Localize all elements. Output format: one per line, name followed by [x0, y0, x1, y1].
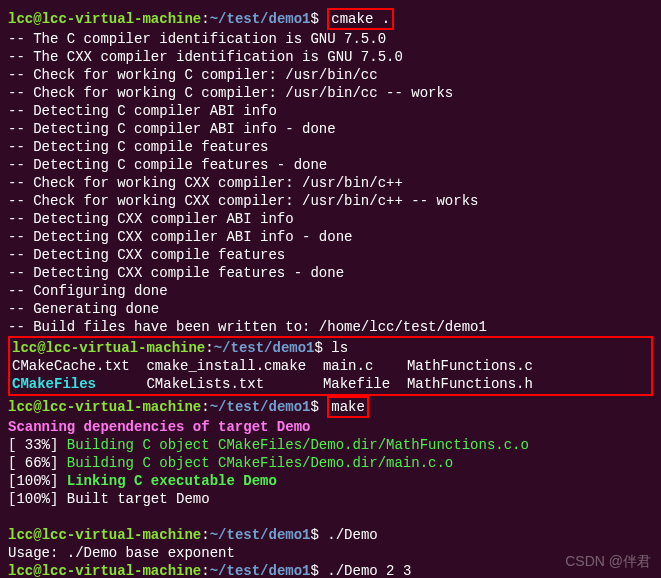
cmake-output: -- Generating done	[8, 300, 653, 318]
ls-row: CMakeFiles CMakeLists.txt Makefile MathF…	[12, 375, 649, 393]
highlight-cmake: cmake .	[327, 8, 394, 30]
cmake-output: -- Check for working C compiler: /usr/bi…	[8, 84, 653, 102]
directory-name: CMakeFiles	[12, 376, 96, 392]
hostname: lcc-virtual-machine	[42, 11, 202, 27]
prompt-line-5: lcc@lcc-virtual-machine:~/test/demo1$ ./…	[8, 562, 653, 578]
cmake-output: -- Detecting CXX compiler ABI info - don…	[8, 228, 653, 246]
cmake-output: -- Detecting C compile features - done	[8, 156, 653, 174]
cmake-output: -- Build files have been written to: /ho…	[8, 318, 653, 336]
command-demo: ./Demo	[327, 527, 377, 543]
terminal-content[interactable]: lcc@lcc-virtual-machine:~/test/demo1$ cm…	[8, 8, 653, 578]
cmake-output: -- Check for working C compiler: /usr/bi…	[8, 66, 653, 84]
prompt-line-2: lcc@lcc-virtual-machine:~/test/demo1$ ls	[12, 339, 649, 357]
usage-output: Usage: ./Demo base exponent	[8, 544, 653, 562]
command-make: make	[331, 399, 365, 415]
make-step: [ 66%] Building C object CMakeFiles/Demo…	[8, 454, 653, 472]
command-demo-args: ./Demo 2 3	[327, 563, 411, 578]
highlight-make: make	[327, 396, 369, 418]
username: lcc	[8, 11, 33, 27]
prompt-line-4: lcc@lcc-virtual-machine:~/test/demo1$ ./…	[8, 526, 653, 544]
cmake-output: -- Detecting C compiler ABI info - done	[8, 120, 653, 138]
cmake-output: -- Detecting CXX compiler ABI info	[8, 210, 653, 228]
watermark: CSDN @伴君	[565, 552, 651, 570]
make-link: [100%] Linking C executable Demo	[8, 472, 653, 490]
cmake-output: -- Detecting CXX compile features	[8, 246, 653, 264]
make-step: [ 33%] Building C object CMakeFiles/Demo…	[8, 436, 653, 454]
prompt-line-3: lcc@lcc-virtual-machine:~/test/demo1$ ma…	[8, 396, 653, 418]
command-cmake: cmake .	[331, 11, 390, 27]
command-ls: ls	[331, 340, 348, 356]
cmake-output: -- The CXX compiler identification is GN…	[8, 48, 653, 66]
cmake-output: -- The C compiler identification is GNU …	[8, 30, 653, 48]
cwd: ~/test/demo1	[210, 11, 311, 27]
cmake-output: -- Detecting C compile features	[8, 138, 653, 156]
cmake-output: -- Configuring done	[8, 282, 653, 300]
cmake-output: -- Check for working CXX compiler: /usr/…	[8, 174, 653, 192]
make-built: [100%] Built target Demo	[8, 490, 653, 508]
cmake-output: -- Check for working CXX compiler: /usr/…	[8, 192, 653, 210]
make-scan: Scanning dependencies of target Demo	[8, 418, 653, 436]
blank-line	[8, 508, 653, 526]
cmake-output: -- Detecting C compiler ABI info	[8, 102, 653, 120]
ls-row: CMakeCache.txt cmake_install.cmake main.…	[12, 357, 649, 375]
prompt-line-1: lcc@lcc-virtual-machine:~/test/demo1$ cm…	[8, 8, 653, 30]
cmake-output: -- Detecting CXX compile features - done	[8, 264, 653, 282]
highlight-ls-block: lcc@lcc-virtual-machine:~/test/demo1$ ls…	[8, 336, 653, 396]
